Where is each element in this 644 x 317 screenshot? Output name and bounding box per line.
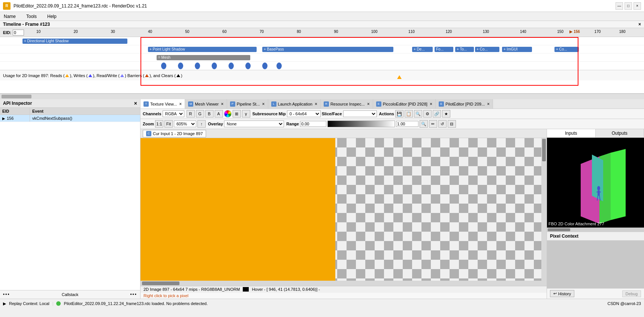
- zoom-1-1-btn[interactable]: 1:1: [155, 120, 163, 128]
- status-bar: ▶ Replay Context: Local | PilotEditor_20…: [0, 299, 644, 308]
- history-button[interactable]: ↩ History: [550, 290, 574, 297]
- tick-120: 120: [445, 30, 452, 34]
- tab-close-mesh[interactable]: ×: [221, 101, 224, 107]
- tab-close-piccolo[interactable]: ×: [430, 101, 432, 107]
- texture-hover-status: Hover - [ 946, 41 (14.7813, 0.6406)] -: [252, 287, 320, 292]
- tab-close-pipeline[interactable]: ×: [262, 101, 265, 107]
- dots-menu-right[interactable]: •••: [130, 292, 137, 297]
- tab-resource[interactable]: R Resource Inspec... ×: [321, 99, 373, 109]
- tab-pipeline[interactable]: P Pipeline St... ×: [227, 99, 268, 109]
- copy-action-btn[interactable]: 📋: [405, 110, 413, 118]
- texture-h-scrollbar[interactable]: [140, 281, 547, 286]
- slice-select[interactable]: [343, 110, 377, 117]
- table-row[interactable]: ▶ 156 vkCmdNextSubpass(): [0, 115, 140, 122]
- ruler-ticks: 10 20 30 40 50 60 70 80 90 100 110 120 1…: [24, 28, 644, 37]
- maximize-button[interactable]: □: [625, 2, 632, 10]
- subresource-group: Subresource Mip 0 - 64x64 Slice/Face: [253, 110, 377, 117]
- tab-piccolo[interactable]: E PiccoloEditor [PID 2928] ×: [373, 99, 436, 109]
- texture-v-scrollbar[interactable]: [541, 138, 547, 281]
- tab-label-launch: Launch Application: [278, 102, 312, 106]
- texture-canvas[interactable]: [140, 138, 547, 281]
- zoom-pct-select[interactable]: 605%: [174, 121, 196, 127]
- channels-select[interactable]: RGBA: [163, 110, 184, 117]
- texture-v-scrollbar-thumb[interactable]: [542, 139, 546, 161]
- timeline-scrollbar[interactable]: [0, 94, 644, 99]
- tab-texture-viewer[interactable]: T Texture View... ×: [140, 99, 185, 109]
- overlay-select[interactable]: None: [224, 121, 284, 127]
- link-btn[interactable]: 🔗: [433, 110, 441, 118]
- timeline-close[interactable]: ×: [638, 22, 641, 27]
- dot-8: [276, 63, 282, 69]
- tab-launch[interactable]: L Launch Application ×: [268, 99, 321, 109]
- slice-label: Slice/Face: [322, 112, 342, 116]
- range-search-btn[interactable]: 🔍: [420, 120, 428, 128]
- star-btn[interactable]: ★: [442, 110, 450, 118]
- timeline-section: Timeline - Frame #123 × EID: 10 20 30 40…: [0, 21, 644, 94]
- status-green-dot: [56, 301, 61, 306]
- minimize-button[interactable]: —: [616, 2, 623, 10]
- channel-b-btn[interactable]: B: [205, 110, 214, 118]
- dots-menu-left[interactable]: •••: [3, 292, 10, 297]
- tab-close-texture[interactable]: ×: [179, 101, 182, 107]
- tick-60: 60: [223, 30, 227, 34]
- gamma-btn[interactable]: γ: [242, 110, 250, 118]
- range-reset-btn[interactable]: ↺: [438, 120, 447, 128]
- tick-150: 150: [557, 30, 563, 34]
- range-auto-btn[interactable]: ⊟: [448, 120, 456, 128]
- timeline-title: Timeline - Frame #123: [3, 22, 50, 27]
- range-min-input[interactable]: [300, 121, 326, 127]
- tab-pilot[interactable]: E PilotEditor [PID 209... ×: [436, 99, 493, 109]
- tab-icon-piccolo: E: [376, 101, 381, 107]
- side-scrollbar[interactable]: [547, 228, 644, 232]
- menu-name[interactable]: Name: [1, 13, 18, 20]
- menu-tools[interactable]: Tools: [24, 13, 39, 20]
- mip-select[interactable]: 0 - 64x64: [287, 110, 321, 117]
- dot-1: [161, 63, 166, 69]
- channel-r-btn[interactable]: R: [187, 110, 195, 118]
- side-tab-outputs[interactable]: Outputs: [596, 129, 644, 137]
- track-bar-imgui: + ImGUI: [502, 47, 532, 52]
- fit-btn[interactable]: Fit: [164, 120, 173, 128]
- channel-a-btn[interactable]: A: [215, 110, 223, 118]
- tab-close-pilot[interactable]: ×: [487, 101, 490, 107]
- side-tab-inputs[interactable]: Inputs: [547, 129, 596, 137]
- tick-20: 20: [73, 30, 78, 34]
- tab-close-launch[interactable]: ×: [315, 101, 317, 107]
- range-pick-btn[interactable]: ✏: [429, 120, 437, 128]
- tick-30: 30: [111, 30, 115, 34]
- timeline-scrollbar-thumb[interactable]: [1, 95, 31, 98]
- settings-btn[interactable]: ⚙: [423, 110, 432, 118]
- image-tab-icon: C: [146, 131, 151, 136]
- col-eid-header: EID: [0, 108, 30, 115]
- track-bar-fo: Fo...: [435, 47, 453, 52]
- grid-view-btn[interactable]: ⊞: [233, 110, 241, 118]
- image-tab-current[interactable]: C Cur Input 1 - 2D Image 897: [143, 130, 206, 137]
- menu-help[interactable]: Help: [45, 13, 59, 20]
- channel-g-btn[interactable]: G: [196, 110, 204, 118]
- close-button[interactable]: ×: [634, 2, 641, 10]
- ruler-content: EID: 10 20 30 40 50 60 70 80 90 100 110 …: [0, 28, 644, 37]
- save-action-btn[interactable]: 💾: [395, 110, 403, 118]
- separator: |: [52, 301, 54, 306]
- tab-close-resource[interactable]: ×: [367, 101, 370, 107]
- dot-3: [195, 63, 200, 69]
- overlay-label: Overlay: [208, 122, 223, 126]
- zoom-in-btn[interactable]: 🔍: [414, 110, 422, 118]
- actions-label: Actions: [379, 112, 394, 116]
- tick-140: 140: [520, 30, 526, 34]
- tick-50: 50: [185, 30, 189, 34]
- track-dots: [0, 62, 644, 70]
- texture-h-scrollbar-thumb[interactable]: [142, 281, 179, 285]
- track-mesh: = Mesh: [0, 54, 644, 62]
- color-wheel[interactable]: [224, 110, 232, 118]
- range-max-input[interactable]: [396, 121, 418, 127]
- eid-input[interactable]: [13, 30, 24, 36]
- zoom-reset-btn[interactable]: ↑: [197, 120, 206, 128]
- tab-mesh-viewer[interactable]: M Mesh Viewer ×: [185, 99, 227, 109]
- api-inspector-close[interactable]: ×: [134, 100, 137, 106]
- callstack-button[interactable]: Callstack: [62, 292, 79, 297]
- tab-label-pilot: PilotEditor [PID 209...: [445, 102, 485, 106]
- tab-icon-launch: L: [271, 101, 276, 107]
- debug-button[interactable]: Debug: [622, 290, 641, 297]
- side-scrollbar-thumb[interactable]: [548, 228, 570, 231]
